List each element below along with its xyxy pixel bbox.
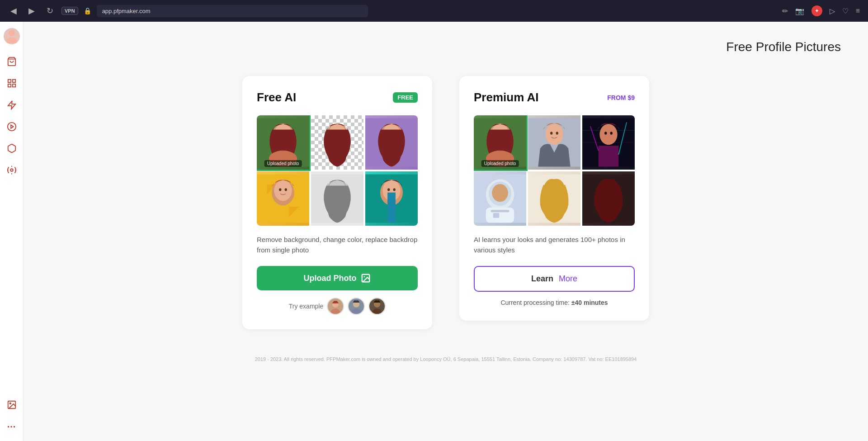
page-title: Free Profile Pictures	[726, 40, 841, 54]
upload-photo-label: Upload Photo	[304, 274, 357, 283]
premium-ai-image-grid: Uploaded photo	[474, 115, 635, 226]
app-layout: ··· Free Profile Pictures Free AI FREE	[0, 22, 868, 441]
svg-point-56	[545, 124, 563, 145]
svg-rect-4	[12, 84, 15, 87]
main-content: Free Profile Pictures Free AI FREE	[24, 22, 868, 441]
svg-rect-1	[8, 80, 10, 82]
svg-point-71	[492, 184, 508, 202]
premium-ai-header: Premium AI FROM $9	[474, 90, 635, 104]
svg-point-38	[387, 188, 390, 191]
premium-ai-astronaut	[474, 171, 526, 226]
premium-uploaded-label: Uploaded photo	[481, 160, 519, 167]
svg-rect-72	[486, 208, 514, 223]
sidebar-item-avatar[interactable]	[3, 27, 21, 45]
forward-button[interactable]: ▶	[25, 5, 38, 17]
svg-rect-3	[8, 84, 10, 87]
svg-point-9	[9, 403, 11, 404]
svg-point-44	[331, 308, 340, 315]
user-avatar-icon	[4, 28, 20, 44]
premium-ai-description: AI learns your looks and generates 100+ …	[474, 235, 635, 255]
svg-point-7	[10, 169, 13, 171]
try-example-section: Try example	[257, 298, 418, 315]
sidebar-item-play[interactable]	[3, 118, 21, 136]
learn-label: Learn	[531, 274, 553, 284]
menu-icon[interactable]: ≡	[856, 7, 861, 15]
address-bar[interactable]: app.pfpmaker.com	[97, 5, 368, 17]
sidebar-item-3d[interactable]	[3, 139, 21, 157]
free-badge: FREE	[393, 92, 418, 103]
upload-icon	[361, 273, 371, 283]
svg-point-29	[285, 188, 287, 191]
svg-point-27	[274, 180, 292, 201]
svg-rect-65	[599, 146, 619, 166]
svg-point-64	[610, 132, 613, 134]
heart-icon[interactable]: ♡	[842, 7, 849, 15]
shield-icon[interactable]: ✦	[811, 5, 822, 16]
premium-ai-suit	[528, 115, 580, 170]
premium-ai-dark-style	[582, 171, 635, 226]
sidebar-item-settings[interactable]	[3, 161, 21, 179]
svg-point-48	[373, 308, 382, 315]
example-avatar-3[interactable]	[368, 298, 386, 315]
learn-more-button[interactable]: Learn More	[474, 266, 635, 292]
premium-ai-blonde	[528, 171, 580, 226]
more-label: More	[559, 274, 577, 284]
processing-time-value: ±40 minutes	[571, 299, 608, 306]
free-ai-purple-bg	[365, 115, 418, 170]
svg-point-46	[352, 308, 361, 315]
svg-rect-73	[491, 210, 509, 212]
free-ai-transparent-bg	[311, 115, 363, 170]
svg-point-42	[364, 276, 365, 277]
svg-point-57	[550, 132, 552, 134]
sidebar-item-sticker[interactable]	[3, 74, 21, 92]
svg-marker-6	[11, 125, 14, 128]
camera-icon[interactable]: 📷	[795, 7, 804, 15]
free-ai-title: Free AI	[257, 90, 296, 104]
svg-point-63	[604, 132, 607, 134]
sidebar: ···	[0, 22, 24, 441]
free-ai-header: Free AI FREE	[257, 90, 418, 104]
free-ai-teal-bg	[365, 171, 418, 226]
edit-icon[interactable]: ✏	[782, 7, 788, 15]
vpn-badge: VPN	[61, 7, 78, 15]
sidebar-item-shop[interactable]	[3, 52, 21, 71]
try-example-label: Try example	[289, 303, 324, 310]
svg-rect-40	[387, 193, 396, 223]
free-ai-uploaded-photo[interactable]: Uploaded photo	[257, 115, 309, 170]
svg-rect-74	[493, 213, 499, 218]
refresh-button[interactable]: ↻	[43, 5, 56, 17]
premium-ai-neon	[582, 115, 635, 170]
free-ai-card: Free AI FREE	[242, 76, 432, 329]
processing-prefix: Current processing time:	[500, 299, 571, 306]
lock-icon: 🔒	[84, 7, 91, 14]
browser-bar: ◀ ▶ ↻ VPN 🔒 app.pfpmaker.com ✏ 📷 ✦ ▷ ♡ ≡	[0, 0, 868, 22]
free-ai-yellow-bg	[257, 171, 309, 226]
svg-point-39	[393, 188, 396, 191]
free-ai-image-grid: Uploaded photo	[257, 115, 418, 226]
free-uploaded-label: Uploaded photo	[264, 160, 302, 167]
example-avatar-2[interactable]	[348, 298, 365, 315]
play-icon[interactable]: ▷	[830, 7, 835, 15]
svg-point-62	[599, 124, 617, 145]
footer-text: 2019 - 2023. All rights reserved. PFPMak…	[255, 356, 637, 362]
footer: 2019 - 2023. All rights reserved. PFPMak…	[51, 356, 841, 371]
upload-photo-button[interactable]: Upload Photo	[257, 266, 418, 290]
cards-container: Free AI FREE	[51, 76, 841, 329]
free-ai-grayscale	[311, 171, 363, 226]
processing-time: Current processing time: ±40 minutes	[474, 299, 635, 306]
price-label: FROM $9	[607, 94, 635, 101]
svg-point-28	[279, 188, 281, 191]
svg-point-58	[556, 132, 558, 134]
premium-ai-title: Premium AI	[474, 90, 539, 104]
premium-ai-uploaded-photo[interactable]: Uploaded photo	[474, 115, 526, 170]
svg-point-5	[7, 123, 15, 131]
svg-rect-2	[12, 80, 15, 82]
back-button[interactable]: ◀	[7, 5, 20, 17]
free-ai-description: Remove background, change color, replace…	[257, 235, 418, 255]
sidebar-item-more[interactable]: ···	[3, 417, 21, 436]
sidebar-item-lightning[interactable]	[3, 96, 21, 114]
sidebar-item-gallery[interactable]	[3, 396, 21, 414]
premium-ai-card: Premium AI FROM $9	[459, 76, 649, 321]
page-title-area: Free Profile Pictures	[51, 40, 841, 54]
example-avatar-1[interactable]	[327, 298, 344, 315]
